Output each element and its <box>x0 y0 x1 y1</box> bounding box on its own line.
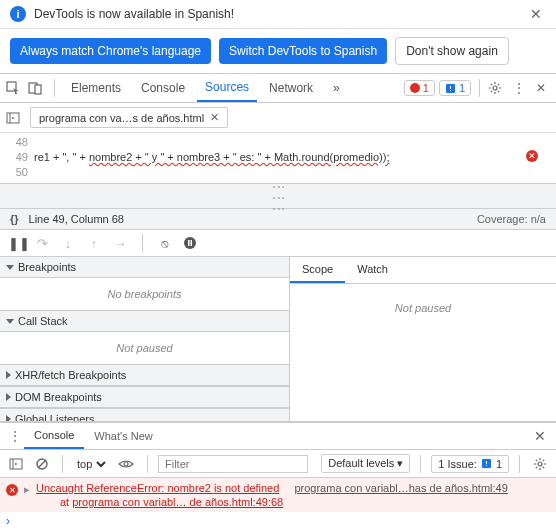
svg-line-15 <box>38 460 46 468</box>
svg-rect-5 <box>450 90 451 91</box>
horizontal-resizer[interactable] <box>0 183 556 209</box>
callstack-header[interactable]: Call Stack <box>0 310 289 332</box>
issue-count-badge[interactable]: 1 <box>439 80 471 96</box>
code-editor[interactable]: 48 49 50 re1 + ", " + nombre2 + " y " + … <box>0 133 556 183</box>
more-options-icon[interactable]: ⋮ <box>510 81 528 95</box>
breakpoints-header[interactable]: Breakpoints <box>0 257 289 278</box>
step-out-icon: ↑ <box>86 236 102 251</box>
tab-elements[interactable]: Elements <box>63 74 129 102</box>
console-error-row[interactable]: ✕ ▸ Uncaught ReferenceError: nombre2 is … <box>0 478 556 512</box>
context-selector[interactable]: top <box>73 457 109 471</box>
step-icon: → <box>112 236 128 251</box>
device-toolbar-icon[interactable] <box>28 81 46 95</box>
expand-caret-icon[interactable]: ▸ <box>24 483 30 508</box>
svg-rect-4 <box>450 86 451 89</box>
tab-console[interactable]: Console <box>133 74 193 102</box>
svg-point-20 <box>538 462 542 466</box>
scope-tab[interactable]: Scope <box>290 257 345 283</box>
pause-button[interactable]: ❚❚ <box>8 236 24 251</box>
drawer-tab-whatsnew[interactable]: What's New <box>84 423 162 449</box>
error-message: Uncaught ReferenceError: nombre2 is not … <box>36 482 279 494</box>
svg-point-6 <box>493 86 497 90</box>
log-levels-selector[interactable]: Default levels ▾ <box>321 454 410 473</box>
always-match-button[interactable]: Always match Chrome's language <box>10 38 211 64</box>
step-over-icon: ↷ <box>34 236 50 251</box>
scope-not-paused: Not paused <box>290 284 556 421</box>
svg-rect-18 <box>486 461 487 464</box>
error-source-link[interactable]: programa con variabl…has de años.html:49 <box>294 482 507 494</box>
svg-rect-2 <box>35 85 41 94</box>
tab-network[interactable]: Network <box>261 74 321 102</box>
cursor-position: Line 49, Column 68 <box>29 213 124 225</box>
drawer-more-icon[interactable]: ⋮ <box>6 429 24 443</box>
error-count-badge[interactable]: 1 <box>404 80 435 96</box>
inspect-icon[interactable] <box>6 81 24 95</box>
drawer-close-icon[interactable]: ✕ <box>530 428 550 444</box>
filter-input[interactable] <box>158 455 308 473</box>
file-tab-name: programa con va…s de años.html <box>39 112 204 124</box>
stack-frame-link[interactable]: programa con variabl… de años.html:49:68 <box>72 496 283 508</box>
settings-icon[interactable] <box>488 81 506 95</box>
tab-sources[interactable]: Sources <box>197 74 257 102</box>
clear-console-icon[interactable] <box>32 457 52 471</box>
eye-icon[interactable] <box>115 458 137 470</box>
drawer-tab-console[interactable]: Console <box>24 423 84 449</box>
line-gutter: 48 49 50 <box>0 133 34 183</box>
watch-tab[interactable]: Watch <box>345 257 400 283</box>
coverage-status: Coverage: n/a <box>477 213 546 225</box>
svg-rect-10 <box>188 240 190 246</box>
svg-point-9 <box>184 237 196 249</box>
deactivate-breakpoints-icon[interactable]: ⍉ <box>157 236 173 251</box>
no-breakpoints-msg: No breakpoints <box>0 278 289 310</box>
svg-rect-19 <box>486 465 487 466</box>
callstack-not-paused: Not paused <box>0 332 289 364</box>
switch-language-button[interactable]: Switch DevTools to Spanish <box>219 38 387 64</box>
error-icon: ✕ <box>6 484 18 496</box>
info-close-button[interactable]: ✕ <box>526 6 546 22</box>
tab-more[interactable]: » <box>325 74 348 102</box>
close-panel-icon[interactable]: ✕ <box>532 81 550 95</box>
issues-button[interactable]: 1 Issue: 1 <box>431 455 509 473</box>
console-sidebar-toggle-icon[interactable] <box>6 457 26 471</box>
navigator-toggle-icon[interactable] <box>6 111 24 125</box>
dom-breakpoints-header[interactable]: DOM Breakpoints <box>0 386 289 408</box>
xhr-breakpoints-header[interactable]: XHR/fetch Breakpoints <box>0 364 289 386</box>
global-listeners-header[interactable]: Global Listeners <box>0 408 289 421</box>
pause-on-exceptions-icon[interactable] <box>183 236 199 250</box>
file-tab-close-icon[interactable]: ✕ <box>210 111 219 124</box>
svg-point-16 <box>124 462 128 466</box>
step-into-icon: ↓ <box>60 236 76 251</box>
info-icon: i <box>10 6 26 22</box>
svg-rect-11 <box>191 240 193 246</box>
format-braces-icon[interactable]: {} <box>10 213 19 225</box>
line-error-icon[interactable]: ✕ <box>526 150 538 162</box>
console-settings-icon[interactable] <box>530 457 550 471</box>
file-tab[interactable]: programa con va…s de años.html ✕ <box>30 107 228 128</box>
info-bar-text: DevTools is now available in Spanish! <box>34 7 518 21</box>
dont-show-again-button[interactable]: Don't show again <box>395 37 509 65</box>
console-prompt[interactable]: › <box>0 512 556 530</box>
